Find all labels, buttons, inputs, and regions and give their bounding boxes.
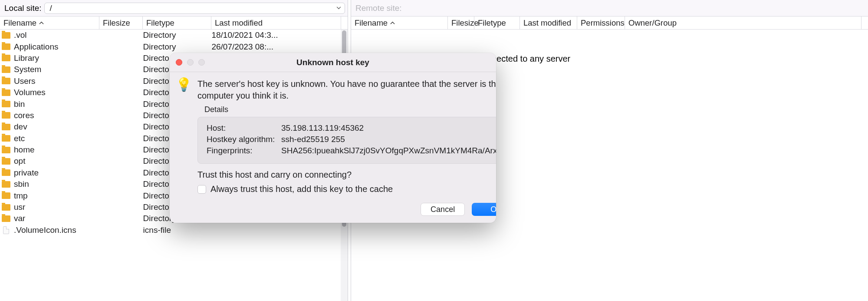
always-trust-checkbox[interactable]: Always trust this host, add this key to … — [197, 184, 496, 194]
local-site-label: Local site: — [4, 3, 42, 13]
folder-icon — [2, 158, 10, 165]
cell: 18/10/2021 04:3... — [210, 30, 341, 40]
folder-icon — [2, 55, 10, 61]
cell: icns-file — [142, 225, 211, 235]
cell: Directory — [142, 30, 211, 40]
table-row[interactable]: .volDirectory18/10/2021 04:3... — [0, 30, 341, 41]
host-value: 35.198.113.119:45362 — [281, 123, 364, 133]
window-controls — [176, 59, 205, 66]
close-icon[interactable] — [176, 59, 182, 66]
dialog-title: Unknown host key — [296, 58, 369, 67]
cell: etc — [13, 134, 99, 143]
local-column-header: FilenameFilesizeFiletypeLast modified — [0, 17, 348, 30]
folder-icon — [2, 215, 10, 222]
alg-value: ssh-ed25519 255 — [281, 135, 345, 144]
cell: opt — [13, 156, 99, 166]
checkbox-box[interactable] — [197, 185, 206, 194]
trust-prompt: Trust this host and carry on connecting? — [197, 170, 496, 180]
cell: Library — [13, 53, 99, 63]
file-icon — [3, 226, 9, 234]
details-label: Details — [204, 105, 496, 114]
folder-icon — [2, 192, 10, 199]
cell: var — [13, 214, 99, 223]
cell: private — [13, 168, 99, 178]
column-filesize[interactable]: Filesize — [447, 17, 474, 29]
cell: sbin — [13, 179, 99, 189]
folder-icon — [2, 204, 10, 211]
minimize-icon — [187, 59, 194, 66]
folder-icon — [2, 124, 10, 130]
cell: .vol — [13, 30, 99, 40]
cell: Directory — [142, 42, 211, 52]
cell: .VolumeIcon.icns — [13, 225, 99, 235]
cell: Applications — [13, 42, 99, 52]
fp-label: Fingerprints: — [207, 146, 281, 155]
column-lastmodified[interactable]: Last modified — [211, 17, 341, 29]
remote-path-field[interactable] — [404, 3, 865, 14]
table-row[interactable]: ApplicationsDirectory26/07/2023 08:... — [0, 41, 341, 52]
column-filename[interactable]: Filename — [0, 17, 99, 29]
folder-icon — [2, 89, 10, 96]
cancel-button[interactable]: Cancel — [421, 203, 465, 216]
folder-icon — [2, 135, 10, 142]
cell: usr — [13, 202, 99, 212]
cell: cores — [13, 111, 99, 120]
folder-icon — [2, 181, 10, 188]
folder-icon — [2, 66, 10, 73]
remote-column-header: FilenameFilesizeFiletypeLast modifiedPer… — [351, 17, 868, 30]
folder-icon — [2, 112, 10, 119]
column-lastmodified[interactable]: Last modified — [519, 17, 577, 29]
alg-label: Hostkey algorithm: — [207, 135, 281, 144]
remote-site-label: Remote site: — [355, 3, 402, 13]
folder-icon — [2, 147, 10, 153]
dialog-message: The server's host key is unknown. You ha… — [197, 78, 496, 102]
details-box: Host:35.198.113.119:45362 Hostkey algori… — [197, 117, 496, 164]
cell: dev — [13, 122, 99, 132]
column-filesize[interactable]: Filesize — [99, 17, 142, 29]
folder-icon — [2, 43, 10, 50]
cell: Users — [13, 76, 99, 86]
host-key-dialog: Unknown host key 💡 The server's host key… — [170, 53, 496, 223]
zoom-icon — [198, 59, 205, 66]
dialog-content: The server's host key is unknown. You ha… — [197, 78, 496, 216]
cell: 26/07/2023 08:... — [210, 42, 341, 52]
folder-icon — [2, 101, 10, 107]
folder-icon — [2, 78, 10, 84]
fp-value: SHA256:IpueahkSlJ7zj0SvYOfgqPXwZsnVM1kYM… — [281, 146, 496, 155]
column-filetype[interactable]: Filetype — [474, 17, 519, 29]
column-permissions[interactable]: Permissions — [577, 17, 625, 29]
folder-icon — [2, 169, 10, 176]
column-filename[interactable]: Filename — [351, 17, 447, 29]
cell: home — [13, 145, 99, 155]
cell: System — [13, 65, 99, 74]
dialog-buttons: Cancel OK — [197, 203, 496, 216]
dialog-icon-col: 💡 — [176, 78, 193, 216]
local-path-value: / — [48, 3, 333, 13]
local-pathbar: Local site: / — [0, 0, 348, 17]
folder-icon — [2, 32, 10, 39]
column-ownergroup[interactable]: Owner/Group — [625, 17, 677, 29]
dialog-body: 💡 The server's host key is unknown. You … — [170, 72, 496, 223]
host-label: Host: — [207, 123, 281, 133]
chevron-down-icon[interactable] — [333, 7, 344, 10]
checkbox-label: Always trust this host, add this key to … — [210, 184, 393, 194]
cell: bin — [13, 99, 99, 109]
ok-button[interactable]: OK — [472, 203, 496, 216]
cell: Volumes — [13, 88, 99, 97]
lightbulb-icon: 💡 — [176, 77, 192, 92]
cell: tmp — [13, 191, 99, 201]
table-row[interactable]: .VolumeIcon.icnsicns-file — [0, 225, 341, 236]
remote-pathbar: Remote site: — [351, 0, 868, 17]
column-filetype[interactable]: Filetype — [142, 17, 211, 29]
local-path-combo[interactable]: / — [44, 3, 345, 14]
dialog-titlebar: Unknown host key — [170, 53, 496, 72]
